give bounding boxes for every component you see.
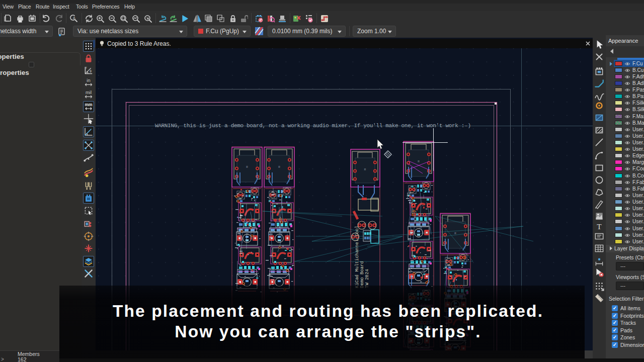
svg-text:r: r: [86, 66, 88, 69]
svg-text:R: R: [278, 165, 280, 168]
svg-text:A: A: [73, 16, 75, 20]
svg-text:Demo Board: Demo Board: [360, 261, 365, 288]
svg-text:in: in: [87, 78, 90, 83]
svg-text:R: R: [418, 160, 420, 163]
svg-text:KiCad Multichannel Tool: KiCad Multichannel Tool: [355, 226, 360, 288]
svg-text:R: R: [454, 232, 456, 235]
svg-text:mm: mm: [85, 102, 93, 107]
svg-text:WARNING, this is just a demo b: WARNING, this is just a demo board, not …: [155, 123, 471, 129]
svg-text:θ: θ: [90, 69, 92, 73]
svg-text:R: R: [364, 168, 366, 171]
svg-text:R: R: [246, 165, 248, 168]
svg-text:mil: mil: [86, 90, 92, 95]
svg-text:T: T: [597, 222, 602, 231]
